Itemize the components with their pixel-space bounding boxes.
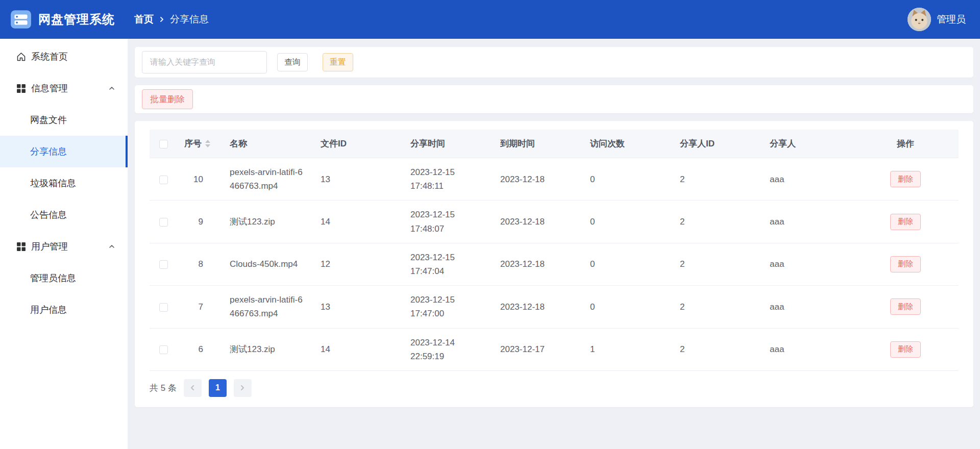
app-logo-icon bbox=[10, 9, 32, 30]
pagination-next-button[interactable] bbox=[234, 379, 252, 397]
sidebar-item-label: 系统首页 bbox=[31, 51, 68, 63]
cell-actions: 删除 bbox=[852, 328, 959, 370]
cell-seq: 9 bbox=[177, 201, 223, 243]
table-header-row: 序号 名称 文件ID 分享时间 到期时间 访问次数 bbox=[150, 130, 959, 158]
sidebar-item-disk-files[interactable]: 网盘文件 bbox=[0, 104, 128, 136]
cell-share-time: 2023-12-15 17:47:04 bbox=[403, 243, 493, 285]
cell-expire-time: 2023-12-18 bbox=[493, 243, 583, 285]
cell-share-time: 2023-12-15 17:48:11 bbox=[403, 158, 493, 201]
cell-select bbox=[150, 286, 177, 328]
table-card: 序号 名称 文件ID 分享时间 到期时间 访问次数 bbox=[135, 121, 973, 407]
query-button[interactable]: 查询 bbox=[277, 53, 308, 71]
cell-select bbox=[150, 243, 177, 285]
cell-name: pexels-arvin-latifi-6466763.mp4 bbox=[223, 286, 313, 328]
row-checkbox[interactable] bbox=[159, 176, 168, 184]
cell-visits: 0 bbox=[583, 201, 673, 243]
sidebar: 系统首页 信息管理 网盘文件 bbox=[0, 39, 128, 449]
sidebar-item-announcement-info[interactable]: 公告信息 bbox=[0, 199, 128, 231]
sidebar-item-label: 用户管理 bbox=[31, 240, 68, 253]
cell-name: pexels-arvin-latifi-6466763.mp4 bbox=[223, 158, 313, 201]
select-all-checkbox[interactable] bbox=[159, 140, 168, 148]
cell-visits: 0 bbox=[583, 286, 673, 328]
chevron-right-icon bbox=[239, 384, 246, 391]
cell-actions: 删除 bbox=[852, 158, 959, 201]
cell-actions: 删除 bbox=[852, 201, 959, 243]
grid-icon bbox=[16, 84, 26, 93]
delete-button[interactable]: 删除 bbox=[890, 171, 921, 187]
search-input[interactable] bbox=[142, 51, 267, 73]
sidebar-item-label: 分享信息 bbox=[30, 145, 67, 158]
search-card: 查询 重置 bbox=[135, 47, 973, 78]
app-header: 网盘管理系统 首页 分享信息 管理员 bbox=[0, 0, 980, 39]
row-checkbox[interactable] bbox=[159, 260, 168, 269]
action-card: 批量删除 bbox=[135, 85, 973, 113]
table-row: 6 测试123.zip 14 2023-12-14 22:59:19 2023-… bbox=[150, 328, 959, 370]
col-header-sharer: 分享人 bbox=[763, 130, 852, 158]
row-checkbox[interactable] bbox=[159, 345, 168, 354]
sidebar-item-info-management[interactable]: 信息管理 bbox=[0, 72, 128, 104]
batch-delete-button[interactable]: 批量删除 bbox=[142, 89, 193, 109]
delete-button[interactable]: 删除 bbox=[890, 341, 921, 358]
row-checkbox[interactable] bbox=[159, 218, 168, 227]
cell-file-id: 13 bbox=[313, 158, 403, 201]
sidebar-item-label: 管理员信息 bbox=[30, 272, 76, 284]
col-header-share-time: 分享时间 bbox=[403, 130, 493, 158]
breadcrumb: 首页 分享信息 bbox=[134, 13, 209, 26]
cell-file-id: 12 bbox=[313, 243, 403, 285]
cell-sharer: aaa bbox=[763, 243, 852, 285]
chevron-right-icon bbox=[158, 16, 165, 23]
cell-visits: 1 bbox=[583, 328, 673, 370]
cell-visits: 0 bbox=[583, 158, 673, 201]
cell-name: Clouds-450k.mp4 bbox=[223, 243, 313, 285]
cell-expire-time: 2023-12-17 bbox=[493, 328, 583, 370]
cell-expire-time: 2023-12-18 bbox=[493, 201, 583, 243]
cell-visits: 0 bbox=[583, 243, 673, 285]
col-header-select bbox=[150, 130, 177, 158]
sidebar-item-label: 信息管理 bbox=[31, 82, 68, 94]
avatar[interactable] bbox=[908, 8, 931, 31]
delete-button[interactable]: 删除 bbox=[890, 256, 921, 272]
col-header-name: 名称 bbox=[223, 130, 313, 158]
cell-file-id: 13 bbox=[313, 286, 403, 328]
cell-sharer-id: 2 bbox=[673, 286, 763, 328]
chevron-left-icon bbox=[189, 384, 196, 391]
table-row: 9 测试123.zip 14 2023-12-15 17:48:07 2023-… bbox=[150, 201, 959, 243]
sidebar-item-trash-info[interactable]: 垃圾箱信息 bbox=[0, 167, 128, 199]
sidebar-item-share-info[interactable]: 分享信息 bbox=[0, 136, 128, 167]
cell-sharer: aaa bbox=[763, 158, 852, 201]
user-name[interactable]: 管理员 bbox=[937, 13, 966, 26]
cell-select bbox=[150, 201, 177, 243]
sidebar-item-label: 公告信息 bbox=[30, 209, 67, 221]
sort-caret-icon[interactable] bbox=[205, 140, 210, 147]
cell-sharer-id: 2 bbox=[673, 158, 763, 201]
cell-name: 测试123.zip bbox=[223, 328, 313, 370]
sidebar-item-admin-info[interactable]: 管理员信息 bbox=[0, 262, 128, 294]
table-row: 8 Clouds-450k.mp4 12 2023-12-15 17:47:04… bbox=[150, 243, 959, 285]
col-header-actions: 操作 bbox=[852, 130, 959, 158]
cell-select bbox=[150, 328, 177, 370]
delete-button[interactable]: 删除 bbox=[890, 214, 921, 230]
breadcrumb-current: 分享信息 bbox=[170, 13, 209, 26]
delete-button[interactable]: 删除 bbox=[890, 298, 921, 315]
table-row: 7 pexels-arvin-latifi-6466763.mp4 13 202… bbox=[150, 286, 959, 328]
col-header-file-id: 文件ID bbox=[313, 130, 403, 158]
sidebar-item-user-info[interactable]: 用户信息 bbox=[0, 294, 128, 326]
col-header-seq[interactable]: 序号 bbox=[177, 130, 223, 158]
cell-actions: 删除 bbox=[852, 286, 959, 328]
cell-sharer: aaa bbox=[763, 201, 852, 243]
layout: 系统首页 信息管理 网盘文件 bbox=[0, 39, 980, 449]
share-info-table: 序号 名称 文件ID 分享时间 到期时间 访问次数 bbox=[150, 130, 959, 371]
cell-share-time: 2023-12-14 22:59:19 bbox=[403, 328, 493, 370]
row-checkbox[interactable] bbox=[159, 303, 168, 312]
cell-file-id: 14 bbox=[313, 328, 403, 370]
pagination: 共 5 条 1 bbox=[150, 379, 959, 397]
grid-icon bbox=[16, 242, 26, 252]
breadcrumb-home[interactable]: 首页 bbox=[134, 13, 154, 26]
pagination-prev-button[interactable] bbox=[184, 379, 202, 397]
sidebar-item-system-home[interactable]: 系统首页 bbox=[0, 41, 128, 72]
pagination-page-1[interactable]: 1 bbox=[209, 379, 227, 397]
cell-file-id: 14 bbox=[313, 201, 403, 243]
reset-button[interactable]: 重置 bbox=[323, 53, 353, 71]
sidebar-item-user-management[interactable]: 用户管理 bbox=[0, 231, 128, 262]
cell-sharer: aaa bbox=[763, 328, 852, 370]
